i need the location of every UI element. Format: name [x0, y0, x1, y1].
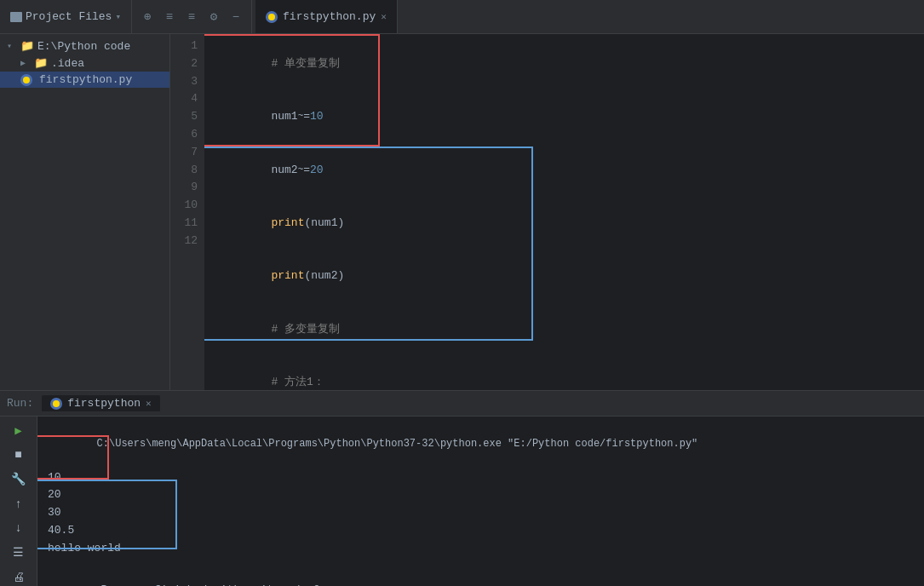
- idea-folder-icon: 📁: [34, 56, 48, 70]
- scroll-icon[interactable]: ≡: [161, 9, 178, 26]
- sidebar-item-root[interactable]: ▾ 📁 E:\Python code: [0, 37, 169, 55]
- run-tab-firstpython[interactable]: firstpython ✕: [42, 395, 159, 411]
- run-tab-bar: Run: firstpython ✕: [0, 391, 924, 417]
- collapse-icon[interactable]: ≡: [183, 9, 200, 26]
- wrench-icon[interactable]: 🔧: [9, 470, 28, 488]
- run-cmd-line: C:\Users\meng\AppData\Local\Programs\Pyt…: [48, 420, 914, 469]
- print-icon[interactable]: 🖨: [9, 568, 28, 586]
- code-line-3: num2~=20: [218, 144, 910, 197]
- run-tab-name: firstpython: [67, 397, 141, 410]
- file-label: firstpython.py: [39, 73, 132, 86]
- project-files-label[interactable]: Project Files ▾: [0, 0, 132, 33]
- top-bar: Project Files ▾ ⊕ ≡ ≡ ⚙ − firstpython.py…: [0, 0, 924, 34]
- output-line-4: 40.5: [48, 522, 914, 540]
- code-line-7: # 方法1：: [218, 356, 910, 390]
- bottom-panel: Run: firstpython ✕ ▶ ■ 🔧 ↑ ↓ ☰ 🖨 C:\User…: [0, 390, 924, 586]
- add-icon[interactable]: ⊕: [139, 9, 156, 26]
- run-tab-close[interactable]: ✕: [146, 398, 152, 409]
- code-line-4: print(num1): [218, 197, 910, 250]
- code-line-6: # 多变量复制: [218, 303, 910, 356]
- scroll-down-icon[interactable]: ↓: [9, 520, 28, 537]
- toolbar-icons: ⊕ ≡ ≡ ⚙ −: [132, 0, 252, 33]
- comment-span: # 单变量复制: [271, 57, 340, 70]
- folder-icon-sm: [10, 12, 22, 22]
- sidebar: ▾ 📁 E:\Python code ▶ 📁 .idea firstpython…: [0, 34, 170, 390]
- cmd-text: C:\Users\meng\AppData\Local\Programs\Pyt…: [97, 438, 698, 450]
- tab-bar: firstpython.py ✕: [252, 0, 398, 33]
- editor-area: 1 2 3 4 5 6 7 8 9 10 11 12 # 单变量复制 num1~…: [170, 34, 924, 390]
- run-content: ▶ ■ 🔧 ↑ ↓ ☰ 🖨 C:\Users\meng\AppData\Loca…: [0, 417, 924, 586]
- stop-icon[interactable]: ■: [9, 446, 28, 464]
- tab-filename: firstpython.py: [283, 10, 376, 23]
- output-line-5: hello world: [48, 540, 914, 558]
- code-line-5: print(num2): [218, 250, 910, 303]
- minus-icon[interactable]: −: [227, 9, 244, 26]
- filter-icon[interactable]: ☰: [9, 544, 28, 562]
- sidebar-item-file[interactable]: firstpython.py: [0, 72, 169, 88]
- py-file-icon: [20, 74, 32, 86]
- gear-icon[interactable]: ⚙: [205, 9, 222, 26]
- chevron-icon: ▾: [115, 11, 121, 22]
- project-files-text: Project Files: [26, 10, 112, 23]
- tab-close-btn[interactable]: ✕: [381, 11, 387, 22]
- output-line-1: 10: [48, 469, 914, 487]
- chevron-right-icon: ▶: [20, 58, 31, 68]
- run-sidebar: ▶ ■ 🔧 ↑ ↓ ☰ 🖨: [0, 417, 37, 586]
- main-area: ▾ 📁 E:\Python code ▶ 📁 .idea firstpython…: [0, 34, 924, 390]
- sidebar-item-idea[interactable]: ▶ 📁 .idea: [0, 55, 169, 72]
- scroll-up-icon[interactable]: ↑: [9, 495, 28, 513]
- line-numbers: 1 2 3 4 5 6 7 8 9 10 11 12: [170, 34, 204, 390]
- play-icon[interactable]: ▶: [9, 422, 28, 440]
- python-file-icon: [266, 11, 278, 23]
- code-line-1: # 单变量复制: [218, 37, 910, 90]
- run-python-icon: [50, 398, 62, 410]
- output-line-2: 20: [48, 486, 914, 504]
- code-line-2: num1~=10: [218, 90, 910, 143]
- run-label: Run:: [7, 397, 33, 410]
- folder-icon: 📁: [20, 39, 34, 53]
- root-label: E:\Python code: [37, 40, 130, 53]
- code-content[interactable]: # 单变量复制 num1~=10 num2~=20 print(num1) pr…: [204, 34, 924, 390]
- tab-firstpython[interactable]: firstpython.py ✕: [255, 0, 398, 33]
- idea-label: .idea: [51, 57, 84, 70]
- run-output: C:\Users\meng\AppData\Local\Programs\Pyt…: [37, 417, 924, 586]
- output-line-3: 30: [48, 504, 914, 522]
- process-finished-line: Process finished with exit code 0: [48, 565, 914, 586]
- chevron-down-icon: ▾: [7, 41, 17, 51]
